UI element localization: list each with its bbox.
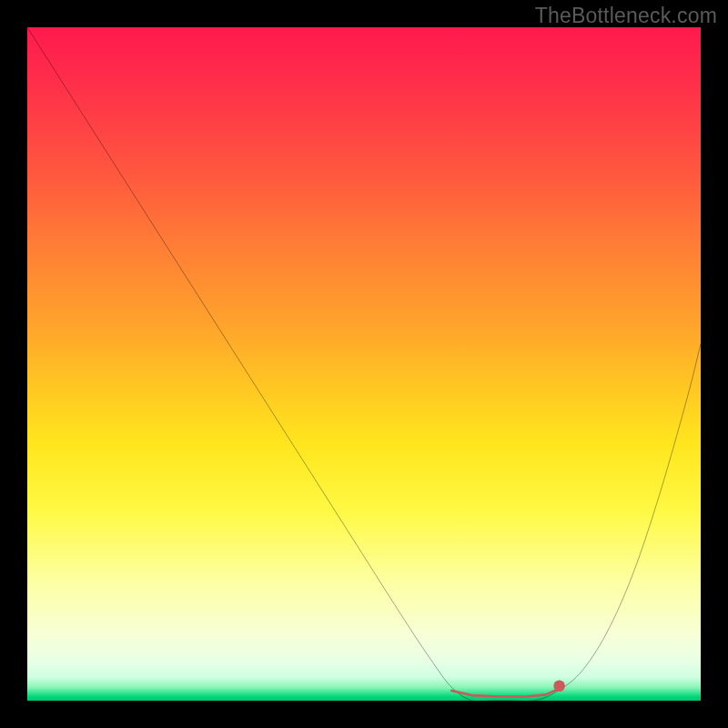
chart-frame: TheBottleneck.com xyxy=(0,0,728,728)
bottleneck-curve xyxy=(27,27,701,701)
optimal-dot-marker xyxy=(553,680,565,692)
chart-svg xyxy=(27,27,701,701)
plot-area xyxy=(27,27,701,701)
watermark: TheBottleneck.com xyxy=(535,4,717,28)
optimal-range-marker xyxy=(451,689,559,697)
